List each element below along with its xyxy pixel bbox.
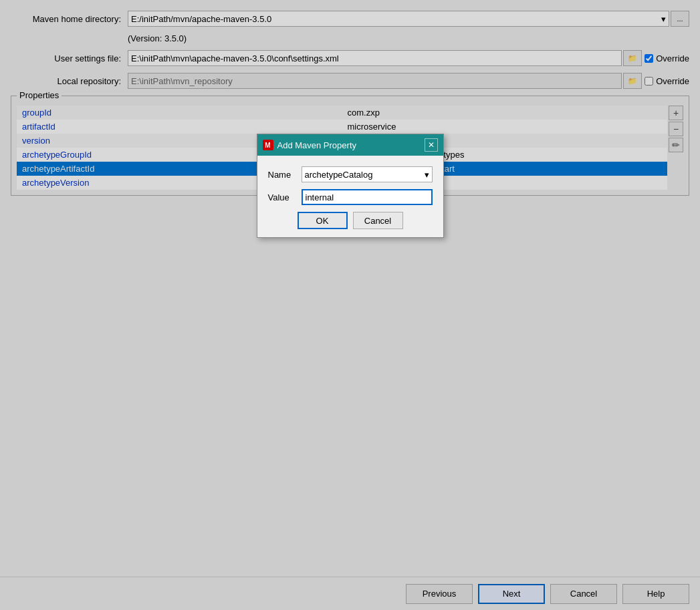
dialog-maven-icon: M [263, 140, 273, 150]
dialog-name-value: archetypeCatalog [305, 170, 373, 180]
dialog-overlay: M Add Maven Property ✕ Name archetypeCat… [0, 0, 700, 610]
dialog-value-label: Value [268, 192, 302, 202]
chevron-down-icon: ▾ [425, 170, 429, 180]
dialog-value-input[interactable] [302, 189, 433, 205]
dialog-buttons: OK Cancel [268, 212, 433, 229]
dialog-body: Name archetypeCatalog ▾ Value OK Cancel [257, 156, 443, 237]
dialog-ok-btn[interactable]: OK [298, 212, 348, 229]
dialog-name-label: Name [268, 170, 302, 180]
dialog-name-field: Name archetypeCatalog ▾ [268, 166, 433, 182]
dialog-close-btn[interactable]: ✕ [425, 138, 438, 152]
dialog-title: Add Maven Property [277, 140, 357, 150]
add-maven-property-dialog: M Add Maven Property ✕ Name archetypeCat… [257, 134, 444, 238]
dialog-titlebar: M Add Maven Property ✕ [257, 134, 443, 156]
dialog-name-dropdown[interactable]: archetypeCatalog ▾ [302, 166, 433, 182]
dialog-cancel-btn[interactable]: Cancel [353, 212, 403, 229]
dialog-value-field: Value [268, 189, 433, 205]
